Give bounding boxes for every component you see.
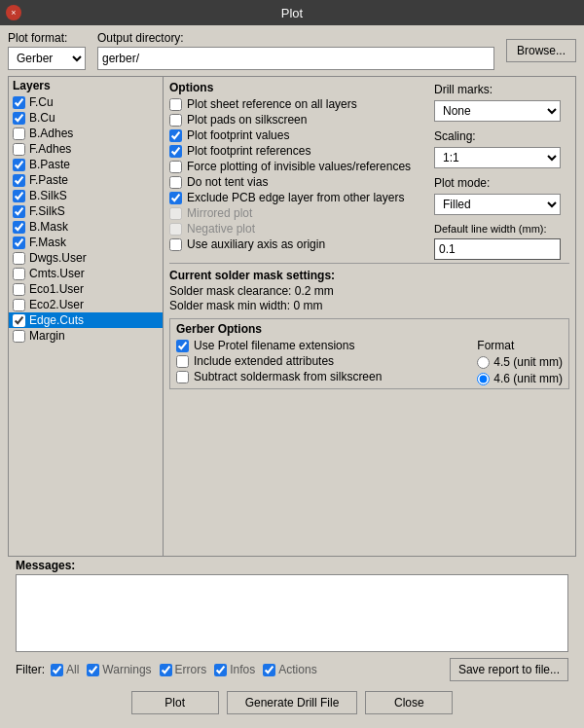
filter-label-item: Warnings xyxy=(102,663,151,676)
option-row[interactable]: Plot pads on silkscreen xyxy=(169,113,428,127)
gerber-option-checkbox[interactable] xyxy=(176,371,189,383)
layer-checkbox[interactable] xyxy=(13,314,25,327)
generate-drill-button[interactable]: Generate Drill File xyxy=(227,691,358,714)
gerber-option-checkbox[interactable] xyxy=(176,355,189,368)
plot-mode-label: Plot mode: xyxy=(434,176,569,190)
option-row[interactable]: Plot sheet reference on all layers xyxy=(169,97,428,111)
layer-item[interactable]: Eco2.User xyxy=(9,297,163,312)
scaling-label: Scaling: xyxy=(434,129,569,143)
title-bar: × Plot xyxy=(0,0,584,25)
option-row[interactable]: Exclude PCB edge layer from other layers xyxy=(169,191,428,204)
options-list: Plot sheet reference on all layersPlot p… xyxy=(169,97,428,251)
option-checkbox[interactable] xyxy=(169,176,182,189)
filter-item[interactable]: Actions xyxy=(263,663,316,676)
save-report-button[interactable]: Save report to file... xyxy=(450,658,568,681)
linewidth-label: Default line width (mm): xyxy=(434,223,569,235)
gerber-option-row[interactable]: Use Protel filename extensions xyxy=(176,339,467,352)
format-45-radio[interactable] xyxy=(477,356,490,369)
layer-item[interactable]: F.Mask xyxy=(9,235,163,250)
format-label: Plot format: xyxy=(8,31,86,45)
layer-checkbox[interactable] xyxy=(13,237,25,249)
layer-item[interactable]: B.Cu xyxy=(9,110,163,126)
layer-checkbox[interactable] xyxy=(13,221,25,234)
plot-button[interactable]: Plot xyxy=(131,691,219,714)
format-group: Plot format: Gerber PostScript SVG DXF H… xyxy=(8,31,86,70)
browse-button[interactable]: Browse... xyxy=(506,39,576,62)
format-45-row: 4.5 (unit mm) xyxy=(477,355,563,369)
layer-checkbox[interactable] xyxy=(13,112,25,125)
option-checkbox[interactable] xyxy=(169,98,182,111)
layer-name: F.SilkS xyxy=(29,204,65,218)
layers-panel: Layers F.CuB.CuB.AdhesF.AdhesB.PasteF.Pa… xyxy=(8,76,164,557)
layers-list: F.CuB.CuB.AdhesF.AdhesB.PasteF.PasteB.Si… xyxy=(9,94,163,556)
option-row[interactable]: Do not tent vias xyxy=(169,175,428,189)
layer-checkbox[interactable] xyxy=(13,159,25,171)
layer-checkbox[interactable] xyxy=(13,252,25,265)
option-label: Use auxiliary axis as origin xyxy=(187,237,325,251)
scale-select[interactable]: 1:1 1:2 2:1 xyxy=(434,147,561,168)
filter-checkbox[interactable] xyxy=(214,664,227,676)
option-checkbox[interactable] xyxy=(169,129,182,142)
layer-name: B.Cu xyxy=(29,111,55,125)
filter-checkbox[interactable] xyxy=(160,664,172,676)
option-checkbox[interactable] xyxy=(169,192,182,204)
option-checkbox[interactable] xyxy=(169,238,182,251)
option-checkbox xyxy=(169,223,182,236)
filter-item[interactable]: Errors xyxy=(160,663,207,676)
filter-checkbox[interactable] xyxy=(263,664,275,676)
gerber-option-row[interactable]: Include extended attributes xyxy=(176,354,467,368)
option-checkbox[interactable] xyxy=(169,161,182,173)
format-46-radio[interactable] xyxy=(477,373,490,385)
layer-checkbox[interactable] xyxy=(13,205,25,218)
layers-title: Layers xyxy=(9,77,163,94)
close-button[interactable]: Close xyxy=(365,691,453,714)
filter-item[interactable]: Warnings xyxy=(87,663,151,676)
filter-checkbox[interactable] xyxy=(51,664,63,676)
layer-name: Margin xyxy=(29,329,65,343)
layer-item[interactable]: Edge.Cuts xyxy=(9,312,163,328)
plot-mode-select[interactable]: Filled Sketch xyxy=(434,194,561,215)
gerber-option-row[interactable]: Subtract soldermask from silkscreen xyxy=(176,370,467,383)
layer-checkbox[interactable] xyxy=(13,268,25,280)
filter-checkbox[interactable] xyxy=(87,664,99,676)
layer-checkbox[interactable] xyxy=(13,127,25,140)
linewidth-input[interactable] xyxy=(434,238,561,260)
gerber-option-checkbox[interactable] xyxy=(176,340,189,352)
filter-item[interactable]: Infos xyxy=(214,663,255,676)
solder-section: Current solder mask settings: Solder mas… xyxy=(164,267,575,315)
option-row[interactable]: Plot footprint references xyxy=(169,144,428,158)
filter-item[interactable]: All xyxy=(51,663,79,676)
close-icon[interactable]: × xyxy=(6,5,21,20)
layer-item[interactable]: F.Paste xyxy=(9,172,163,188)
layer-item[interactable]: Eco1.User xyxy=(9,281,163,297)
layer-item[interactable]: Margin xyxy=(9,328,163,344)
layer-checkbox[interactable] xyxy=(13,299,25,311)
format-col: Format 4.5 (unit mm) 4.6 (unit mm) xyxy=(477,339,563,385)
option-row[interactable]: Force plotting of invisible values/refer… xyxy=(169,160,428,173)
drill-marks-select[interactable]: None Small Actual size xyxy=(434,100,561,122)
layer-checkbox[interactable] xyxy=(13,283,25,296)
option-row[interactable]: Use auxiliary axis as origin xyxy=(169,237,428,251)
layer-item[interactable]: F.Adhes xyxy=(9,141,163,157)
option-row[interactable]: Plot footprint values xyxy=(169,128,428,142)
layer-checkbox[interactable] xyxy=(13,190,25,202)
layer-item[interactable]: F.Cu xyxy=(9,94,163,110)
layer-checkbox[interactable] xyxy=(13,143,25,156)
layer-checkbox[interactable] xyxy=(13,330,25,343)
dir-input[interactable] xyxy=(97,47,494,70)
option-label: Mirrored plot xyxy=(187,206,252,220)
layer-checkbox[interactable] xyxy=(13,174,25,187)
layer-item[interactable]: B.Paste xyxy=(9,157,163,172)
layer-item[interactable]: Cmts.User xyxy=(9,266,163,281)
layer-item[interactable]: F.SilkS xyxy=(9,203,163,219)
layer-item[interactable]: B.Mask xyxy=(9,219,163,235)
gerber-option-label: Subtract soldermask from silkscreen xyxy=(194,370,382,383)
messages-box xyxy=(16,574,568,652)
format-select[interactable]: Gerber PostScript SVG DXF HPGL PDF xyxy=(8,47,86,70)
layer-checkbox[interactable] xyxy=(13,96,25,109)
layer-item[interactable]: Dwgs.User xyxy=(9,250,163,266)
layer-item[interactable]: B.SilkS xyxy=(9,188,163,203)
option-checkbox[interactable] xyxy=(169,145,182,158)
layer-item[interactable]: B.Adhes xyxy=(9,126,163,141)
option-checkbox[interactable] xyxy=(169,114,182,127)
